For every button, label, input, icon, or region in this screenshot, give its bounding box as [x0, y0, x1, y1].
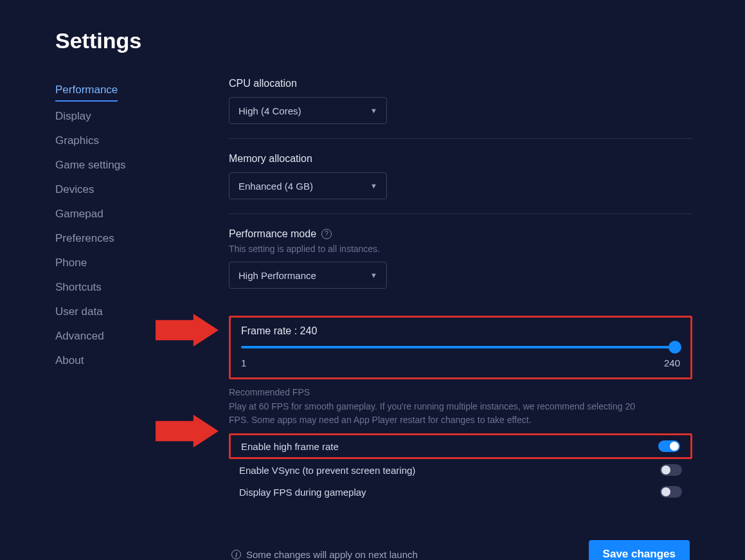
recommended-fps-title: Recommended FPS [229, 387, 692, 397]
sidebar-item-shortcuts[interactable]: Shortcuts [55, 275, 165, 300]
slider-thumb[interactable] [669, 341, 681, 354]
frame-rate-min: 1 [241, 357, 246, 368]
enable-vsync-row: Enable VSync (to prevent screen tearing) [229, 459, 692, 481]
cpu-allocation-value: High (4 Cores) [238, 105, 301, 116]
chevron-down-icon: ▼ [370, 182, 377, 190]
frame-rate-highlight: Frame rate : 240 1 240 [229, 316, 692, 379]
help-icon[interactable]: ? [321, 229, 332, 239]
sidebar-item-display[interactable]: Display [55, 104, 165, 129]
enable-high-frame-rate-row: Enable high frame rate [229, 433, 692, 459]
performance-mode-value: High Performance [238, 270, 316, 281]
chevron-down-icon: ▼ [370, 271, 377, 279]
main-panel: CPU allocation High (4 Cores) ▼ Memory a… [229, 78, 692, 560]
save-changes-button[interactable]: Save changes [589, 540, 690, 560]
performance-mode-select[interactable]: High Performance ▼ [229, 262, 387, 289]
frame-rate-max: 240 [664, 357, 680, 368]
display-fps-toggle[interactable] [660, 486, 682, 498]
sidebar-item-about[interactable]: About [55, 348, 165, 373]
sidebar-item-phone[interactable]: Phone [55, 251, 165, 275]
performance-mode-sub: This setting is applied to all instances… [229, 244, 692, 254]
frame-rate-slider[interactable] [241, 346, 680, 348]
sidebar-item-gamepad[interactable]: Gamepad [55, 202, 165, 226]
info-icon: i [231, 550, 241, 559]
sidebar-item-game-settings[interactable]: Game settings [55, 153, 165, 177]
sidebar: Performance Display Graphics Game settin… [55, 78, 165, 560]
sidebar-item-advanced[interactable]: Advanced [55, 324, 165, 348]
frame-rate-label: Frame rate : 240 [241, 325, 680, 337]
sidebar-item-user-data[interactable]: User data [55, 300, 165, 324]
svg-marker-1 [156, 415, 219, 447]
display-fps-row: Display FPS during gameplay [229, 481, 692, 503]
enable-high-frame-rate-toggle[interactable] [658, 440, 680, 452]
divider [229, 213, 692, 214]
sidebar-item-performance[interactable]: Performance [55, 78, 118, 102]
info-note-text: Some changes will apply on next launch [246, 549, 418, 560]
memory-allocation-value: Enhanced (4 GB) [238, 181, 313, 192]
chevron-down-icon: ▼ [370, 107, 377, 114]
memory-allocation-select[interactable]: Enhanced (4 GB) ▼ [229, 172, 387, 199]
divider [229, 138, 692, 139]
annotation-arrow-icon [156, 415, 219, 448]
sidebar-item-graphics[interactable]: Graphics [55, 129, 165, 153]
svg-marker-0 [156, 314, 219, 347]
page-title: Settings [55, 28, 692, 53]
cpu-allocation-select[interactable]: High (4 Cores) ▼ [229, 97, 387, 124]
sidebar-item-preferences[interactable]: Preferences [55, 226, 165, 251]
cpu-allocation-label: CPU allocation [229, 78, 692, 89]
sidebar-item-devices[interactable]: Devices [55, 177, 165, 202]
annotation-arrow-icon [156, 314, 219, 347]
display-fps-label: Display FPS during gameplay [239, 487, 366, 498]
enable-high-frame-rate-label: Enable high frame rate [241, 441, 339, 452]
enable-vsync-label: Enable VSync (to prevent screen tearing) [239, 465, 415, 476]
enable-vsync-toggle[interactable] [660, 464, 682, 476]
performance-mode-text: Performance mode [229, 228, 316, 240]
recommended-fps-body: Play at 60 FPS for smooth gameplay. If y… [229, 400, 640, 427]
memory-allocation-label: Memory allocation [229, 153, 692, 165]
performance-mode-label: Performance mode ? [229, 228, 692, 240]
info-note: i Some changes will apply on next launch [231, 549, 418, 560]
